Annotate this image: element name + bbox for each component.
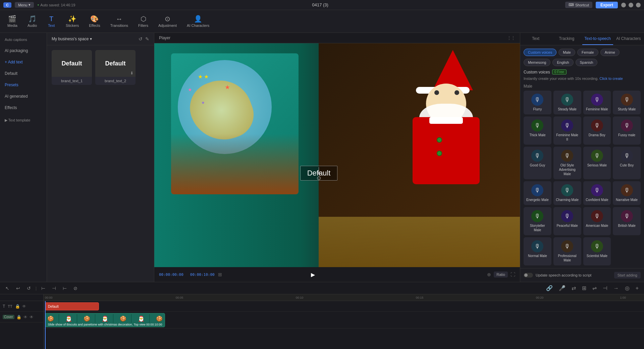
text-clip[interactable]: Default (45, 302, 99, 310)
tl-swap-icon[interactable]: ⇌ (590, 284, 599, 292)
filter-btn-memesong[interactable]: Memesong (524, 59, 550, 66)
video-track-eye2[interactable]: 👁 (30, 315, 34, 319)
tl-grid-icon[interactable]: ⊞ (580, 284, 588, 292)
tl-delete[interactable]: ⊘ (71, 285, 79, 292)
voice-card-storyteller_male[interactable]: 🎙 Storyteller Male (524, 207, 551, 235)
text-track-eye[interactable]: 👁 (22, 304, 26, 309)
voice-card-normal_male[interactable]: 🎙 Normal Male (524, 237, 551, 265)
voice-card-peaceful_male[interactable]: 🎙 Peaceful Male (553, 207, 581, 235)
voice-card-professional_male[interactable]: 🎙 Professional Male (553, 237, 581, 265)
click-to-create-link[interactable]: Click to create (599, 77, 623, 81)
effects-icon: 🎨 (90, 15, 99, 22)
tl-audio-icon[interactable]: 🎤 (557, 284, 568, 292)
voice-card-old_style[interactable]: 🎙 Old Style Advertising Male (553, 147, 581, 179)
edit-icon[interactable]: ✎ (145, 36, 149, 42)
voice-card-energetic_male[interactable]: 🎙 Energetic Male (524, 181, 551, 205)
video-clip[interactable]: 🍪 🎅 🍪 🎅 🍪 🎅 🍪 Slide show of Biscuits and… (45, 313, 165, 327)
video-track-eye[interactable]: 👁 (23, 315, 28, 319)
filter-btn-female[interactable]: Female (577, 49, 598, 56)
voice-card-british_male[interactable]: 🎙 British Male (613, 207, 641, 235)
target-icon[interactable]: ⊕ (487, 272, 491, 277)
toolbar-adjustment[interactable]: ⊙Adjustment (154, 13, 181, 30)
tl-arrow-icon[interactable]: → (611, 284, 621, 292)
toolbar-transitions[interactable]: ↔Transitions (106, 13, 132, 30)
voice-card-scientist_male[interactable]: 🎙 Scientist Male (583, 237, 611, 265)
center-handle[interactable]: ⊙ (317, 175, 321, 181)
filter-btn-spanish[interactable]: Spanish (576, 59, 598, 66)
minimize-button[interactable] (621, 3, 626, 7)
left-nav-auto_captions[interactable]: Auto captions (0, 33, 47, 45)
toolbar-effects[interactable]: 🎨Effects (85, 13, 104, 30)
video-track-lock[interactable]: 🔒 (16, 315, 21, 319)
voice-card-fussy_male[interactable]: 🎙 Fussy male (613, 116, 641, 145)
refresh-icon[interactable]: ↺ (139, 36, 143, 42)
update-speech-checkbox[interactable] (524, 273, 533, 278)
voice-card-thick_male[interactable]: 🎙 Thick Male (524, 116, 551, 145)
tab-text[interactable]: Text (520, 33, 551, 45)
left-nav-ai_packaging[interactable]: AI packaging (0, 45, 47, 56)
space-name[interactable]: My business's space ▾ (52, 37, 92, 41)
filter-btn-custom_voices[interactable]: Custom voices (524, 49, 556, 56)
toolbar-media[interactable]: 🎬Media (3, 13, 21, 30)
left-nav-ai_generated[interactable]: AI generated (0, 91, 47, 102)
text-cards-grid: Default brand_text_1 Default ⬇ brand_tex… (47, 45, 154, 90)
voice-card-narrative_male[interactable]: 🎙 Narrative Male (613, 181, 641, 205)
restore-button[interactable] (629, 3, 633, 7)
toolbar-ai_characters[interactable]: 👤AI Characters (183, 13, 213, 30)
ratio-button[interactable]: Ratio (494, 271, 508, 278)
voice-card-flurry[interactable]: 🎙 Flurry (524, 91, 551, 114)
tl-trim-right[interactable]: ⊢ (61, 285, 69, 292)
text-card-brand_text_1[interactable]: Default brand_text_1 (52, 50, 92, 85)
filter-btn-anime[interactable]: Anime (600, 49, 620, 56)
left-nav-add_text[interactable]: + Add text (0, 56, 47, 68)
text-card-brand_text_2[interactable]: Default ⬇ brand_text_2 (95, 50, 136, 85)
tl-circle-icon[interactable]: ◎ (623, 284, 632, 292)
text-track-lock[interactable]: 🔒 (15, 304, 20, 309)
voice-card-feminine_male[interactable]: 🎙 Feminine Male (583, 91, 611, 114)
filter-btn-english[interactable]: English (552, 59, 573, 66)
left-nav-text_template[interactable]: ▶ Text template (0, 113, 47, 126)
tab-tracking[interactable]: Tracking (551, 33, 582, 45)
grid-icon[interactable]: ⊞ (218, 272, 222, 277)
toolbar-filters[interactable]: ⬡Filters (134, 13, 152, 30)
tl-fit-icon[interactable]: ⇄ (570, 284, 578, 292)
tl-split2-icon[interactable]: ⊣ (601, 284, 609, 292)
timeline-playhead[interactable] (45, 301, 46, 349)
download-icon[interactable]: ⬇ (130, 71, 133, 76)
tl-redo[interactable]: ↺ (25, 285, 33, 292)
start-adding-button[interactable]: Start adding (614, 272, 641, 279)
tab-ai_characters[interactable]: AI Characters (613, 33, 644, 45)
tl-trim-left[interactable]: ⊣ (50, 285, 58, 292)
left-nav-default[interactable]: Default (0, 68, 47, 79)
toolbar-stickers[interactable]: ✨Stickers (62, 13, 83, 30)
toolbar-text[interactable]: TText (43, 13, 60, 30)
shortcut-button[interactable]: ⌨ Shortcut (565, 2, 592, 8)
voice-card-charming_male[interactable]: 🎙 Charming Male (553, 181, 581, 205)
export-button[interactable]: Export (596, 2, 618, 8)
voice-card-cute_boy[interactable]: 🎙 Cute Boy (613, 147, 641, 179)
player-menu-icon[interactable]: ⋮⋮ (507, 36, 515, 40)
filter-btn-male[interactable]: Male (558, 49, 575, 56)
voice-card-drama_boy[interactable]: 🎙 Drama Boy (583, 116, 611, 145)
left-nav-presets[interactable]: Presets (0, 79, 47, 91)
voice-card-american_male[interactable]: 🎙 American Male (583, 207, 611, 235)
tl-snap-icon[interactable]: 🔗 (544, 284, 555, 292)
voice-card-confident_male[interactable]: 🎙 Confident Male (583, 181, 611, 205)
tl-add-icon[interactable]: + (634, 284, 641, 292)
tl-select-tool[interactable]: ↖ (3, 285, 11, 292)
fullscreen-icon[interactable]: ⛶ (511, 272, 515, 277)
voice-card-steady_male[interactable]: 🎙 Steady Male (553, 91, 581, 114)
voice-card-sturdy_male[interactable]: 🎙 Sturdy Male (613, 91, 641, 114)
voice-card-feminine_male_2[interactable]: 🎙 Feminine Male II (553, 116, 581, 145)
play-button[interactable]: ▶ (308, 270, 318, 279)
voice-card-good_guy[interactable]: 🎙 Good Guy (524, 147, 551, 179)
close-button[interactable] (636, 3, 641, 7)
tl-split[interactable]: ⊢ (39, 285, 47, 292)
narrative_male-icon: 🎙 (621, 184, 633, 196)
menu-button[interactable]: Menu ▾ (15, 2, 34, 8)
voice-card-serious_male[interactable]: 🎙 Serious Male (583, 147, 611, 179)
tl-undo[interactable]: ↩ (14, 285, 22, 292)
toolbar-audio[interactable]: 🎵Audio (23, 13, 41, 30)
tab-text_to_speech[interactable]: Text-to-speech (582, 33, 613, 45)
left-nav-effects[interactable]: Effects (0, 102, 47, 113)
